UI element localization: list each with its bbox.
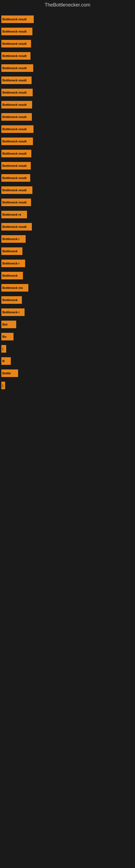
bar-item: Bottleneck result xyxy=(1,40,31,48)
bar-item: Bottleneck r xyxy=(1,308,25,316)
bar-label: B xyxy=(2,360,5,363)
bar-label: Bottleneck result xyxy=(2,54,27,58)
bar-item: Bottleneck result xyxy=(1,64,33,72)
bar-item: Bottleneck r xyxy=(1,259,25,267)
bar-label: Bo xyxy=(2,335,6,338)
chart-area: Bottleneck resultBottleneck resultBottle… xyxy=(0,10,135,851)
bar-item: Bottleneck result xyxy=(1,113,32,121)
site-title: TheBottlenecker.com xyxy=(0,0,135,10)
bar-label: Bottleneck result xyxy=(2,225,27,228)
bar-label: Bottle xyxy=(2,372,11,375)
bar-item: Bottleneck xyxy=(1,296,22,304)
bar-label: Bottleneck result xyxy=(2,30,27,33)
bar-label: Bottleneck result xyxy=(2,127,27,131)
bar-label: Bottleneck result xyxy=(2,115,27,119)
bar-label: Bottleneck result xyxy=(2,103,27,106)
bar-item: Bottleneck r xyxy=(1,235,26,243)
bar-label: Bottleneck xyxy=(2,274,17,277)
bar-label: Bottleneck result xyxy=(2,140,27,143)
bar-item: Bottleneck xyxy=(1,272,23,279)
bar-label: Bottleneck result xyxy=(2,91,27,94)
bar-label: Bot xyxy=(2,323,7,326)
bar-item: B xyxy=(1,357,11,365)
bar-item: Bottleneck result xyxy=(1,186,32,194)
bar-label: Bottleneck r xyxy=(2,237,20,241)
bar-item: Bottleneck result xyxy=(1,174,30,182)
bar-label: Bottleneck r xyxy=(2,311,20,314)
bar-label: Bottleneck xyxy=(2,250,17,253)
bar-label: Bottleneck result xyxy=(2,152,27,155)
bar-label: Bottleneck re xyxy=(2,213,21,216)
bar-item: Bottleneck result xyxy=(1,125,34,133)
bar-item: Bottle xyxy=(1,369,18,377)
bar-label: | xyxy=(2,384,3,387)
bar-label: | xyxy=(2,347,3,350)
bar-item: Bottleneck result xyxy=(1,52,31,60)
bar-item: Bottleneck res xyxy=(1,284,28,291)
bar-item: Bottleneck result xyxy=(1,89,33,96)
bar-item: | xyxy=(1,382,5,389)
bar-label: Bottleneck result xyxy=(2,176,27,180)
bar-label: Bottleneck result xyxy=(2,164,27,167)
bar-item: Bottleneck result xyxy=(1,28,32,35)
bar-item: Bottleneck xyxy=(1,247,22,255)
bar-label: Bottleneck xyxy=(2,299,17,302)
bar-item: Bo xyxy=(1,333,13,340)
bar-label: Bottleneck result xyxy=(2,42,27,45)
bar-label: Bottleneck result xyxy=(2,201,27,204)
bar-item: Bottleneck result xyxy=(1,76,32,84)
bar-label: Bottleneck result xyxy=(2,66,27,70)
bar-item: Bottleneck result xyxy=(1,162,31,169)
bar-item: Bottleneck result xyxy=(1,137,33,145)
bar-label: Bottleneck result xyxy=(2,18,27,21)
bar-item: Bottleneck result xyxy=(1,150,31,157)
bar-item: Bot xyxy=(1,321,16,328)
bar-item: Bottleneck result xyxy=(1,101,32,108)
bar-item: Bottleneck result xyxy=(1,223,32,230)
bar-item: Bottleneck result xyxy=(1,198,31,206)
bar-item: | xyxy=(1,345,6,352)
bar-label: Bottleneck r xyxy=(2,262,20,265)
bar-label: Bottleneck res xyxy=(2,286,23,289)
bar-label: Bottleneck result xyxy=(2,188,27,192)
bar-item: Bottleneck result xyxy=(1,16,34,23)
bar-label: Bottleneck result xyxy=(2,79,27,82)
bar-item: Bottleneck re xyxy=(1,211,27,218)
